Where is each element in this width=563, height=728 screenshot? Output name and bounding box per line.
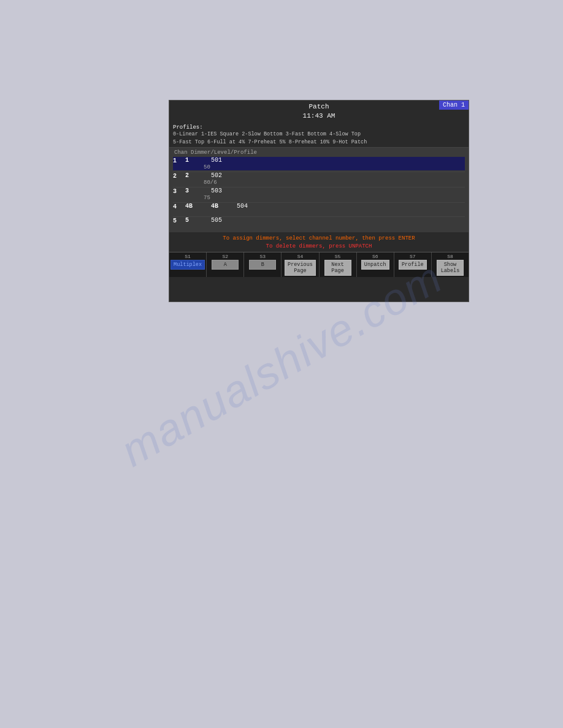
multiplex-button[interactable]: Multiplex	[170, 260, 205, 270]
chan-details: 2 502 80/6	[185, 172, 222, 186]
softkey-label: S3	[260, 254, 266, 259]
softkey-label: S6	[372, 254, 378, 259]
level-val: 80/6	[204, 180, 222, 186]
main-content: Chan Dimmer/Level/Profile 1 1 501 50 2 2…	[169, 148, 469, 232]
header-title: Patch 11:43 AM	[303, 102, 335, 121]
softkey-label: S1	[185, 254, 191, 259]
title-line2: 11:43 AM	[303, 112, 335, 121]
softkey-label: S8	[447, 254, 453, 259]
softkey-label: S4	[297, 254, 304, 259]
status-bar: To assign dimmers, select channel number…	[169, 232, 469, 252]
softkey-s3: S3 B	[244, 252, 282, 277]
next-page-button[interactable]: NextPage	[324, 260, 351, 276]
softkey-s5: S5 NextPage	[320, 252, 357, 277]
softkey-label: S2	[222, 254, 228, 259]
chan-number: 5	[173, 217, 185, 224]
softkey-s7: S7 Profile	[394, 252, 432, 277]
patch-val: 505	[211, 217, 222, 224]
screen-container: Patch 11:43 AM Chan 1 Profiles: 0-Linear…	[169, 100, 469, 302]
header-bar: Patch 11:43 AM Chan 1	[169, 100, 469, 123]
chan-details: 5 505	[185, 217, 222, 224]
dimmer-val: 5	[185, 217, 204, 224]
status-line2: To delete dimmers, press UNPATCH	[173, 243, 465, 249]
softkey-s2: S2 A	[207, 252, 244, 277]
softkey-s1: S1 Multiplex	[169, 252, 207, 277]
patch-val: 503	[211, 188, 222, 194]
softkey-s6: S6 Unpatch	[357, 252, 394, 277]
chan-number: 2	[173, 172, 185, 180]
profiles-row2: 5-Fast Top 6-Full at 4% 7-Preheat 5% 8-P…	[173, 138, 465, 146]
softkey-label: S5	[335, 254, 341, 259]
level-val: 50	[204, 164, 222, 170]
dimmer-val: 2	[185, 172, 204, 179]
patch-val: 502	[211, 172, 222, 179]
dimmer-val: 4B	[185, 203, 204, 210]
chan-number: 4	[173, 203, 185, 210]
patch-val: 504	[237, 203, 248, 210]
chan-number: 3	[173, 188, 185, 195]
column-header: Chan Dimmer/Level/Profile	[173, 150, 465, 156]
softkey-s4: S4 PreviousPage	[282, 252, 319, 277]
level-val: 75	[204, 195, 222, 201]
dimmer-val: 1	[185, 157, 204, 164]
softkey-s8: S8 ShowLabels	[432, 252, 469, 277]
dimmer-val2: 4B	[211, 203, 229, 210]
a-button[interactable]: A	[212, 260, 239, 270]
profiles-row1: 0-Linear 1-IES Square 2-Slow Bottom 3-Fa…	[173, 131, 465, 138]
unpatch-button[interactable]: Unpatch	[361, 260, 389, 270]
table-row[interactable]: 4 4B 4B 504	[173, 203, 465, 215]
chan-details: 4B 4B 504	[185, 203, 248, 210]
table-row[interactable]: 5 5 505	[173, 217, 465, 229]
profiles-label: Profiles:	[173, 124, 465, 131]
dimmer-val: 3	[185, 188, 204, 194]
patch-val: 501	[211, 157, 222, 164]
previous-page-button[interactable]: PreviousPage	[285, 260, 316, 276]
show-labels-button[interactable]: ShowLabels	[437, 260, 464, 276]
chan-badge: Chan 1	[439, 100, 469, 110]
softkey-label: S7	[410, 254, 416, 259]
softkey-bar: S1 Multiplex S2 A S3 B S4 PreviousPage S…	[169, 252, 469, 277]
table-row[interactable]: 1 1 501 50	[173, 157, 465, 170]
table-row[interactable]: 3 3 503 75	[173, 188, 465, 201]
title-line1: Patch	[303, 102, 335, 112]
b-button[interactable]: B	[249, 260, 276, 270]
profiles-section: Profiles: 0-Linear 1-IES Square 2-Slow B…	[169, 123, 469, 148]
status-line1: To assign dimmers, select channel number…	[173, 235, 465, 243]
chan-details: 3 503 75	[185, 188, 222, 201]
chan-details: 1 501 50	[185, 157, 222, 170]
chan-number: 1	[173, 157, 185, 164]
table-row[interactable]: 2 2 502 80/6	[173, 172, 465, 186]
profile-button[interactable]: Profile	[399, 260, 427, 270]
